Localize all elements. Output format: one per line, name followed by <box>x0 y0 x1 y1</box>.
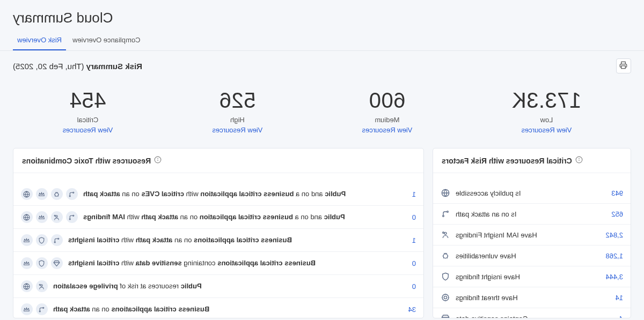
svg-point-29 <box>442 294 449 301</box>
risk-factor-count[interactable]: 4 <box>612 315 623 318</box>
globe-icon <box>21 188 33 200</box>
risk-factor-count[interactable]: 2,842 <box>605 231 623 239</box>
crown-icon <box>36 211 48 223</box>
toxic-combinations-panel: Resources with Toxic Combinations Public… <box>13 148 424 318</box>
path-icon <box>441 209 450 219</box>
panel1-title: Resources with Toxic Combinations <box>22 157 151 165</box>
subtitle-date: (Thu, Feb 20, 2025) <box>13 62 84 71</box>
metric-label: High <box>213 116 263 124</box>
shield-icon <box>36 234 48 246</box>
svg-point-18 <box>43 307 44 308</box>
globe-icon <box>441 188 450 198</box>
toxic-row-desc: Public and on a business critical applic… <box>83 189 400 199</box>
info-icon[interactable] <box>575 156 583 165</box>
toxic-row-desc: Public and on a business critical applic… <box>83 212 400 222</box>
risk-factor-label: Have vulnerabilities <box>456 252 516 260</box>
view-resources-link[interactable]: View Resources <box>213 126 263 134</box>
risk-factor-label: Contains sensitive data <box>456 315 528 318</box>
subtitle-prefix: Risk Summary <box>84 62 142 71</box>
page-title: Cloud Summary <box>0 0 644 26</box>
person-icon <box>51 211 63 223</box>
risk-factor-count[interactable]: 1,268 <box>605 252 623 260</box>
metric-value: 454 <box>63 88 113 113</box>
risk-factor-row: Contains sensitive data4 <box>433 308 631 318</box>
svg-point-25 <box>443 215 444 217</box>
svg-point-3 <box>158 158 158 159</box>
svg-point-6 <box>73 192 74 193</box>
person-icon <box>36 280 48 292</box>
risk-factor-label: Have threat findings <box>456 294 518 302</box>
risk-factor-label: Have insight findings <box>456 273 520 281</box>
risk-factor-label: Is publicly accessible <box>456 189 521 197</box>
svg-point-24 <box>447 211 449 213</box>
svg-point-17 <box>40 284 41 285</box>
toxic-row-count[interactable]: 0 <box>405 213 416 221</box>
toxic-row: Public resources at risk of privilege es… <box>13 275 423 298</box>
risk-factor-count[interactable]: 14 <box>612 294 623 302</box>
risk-factor-row: Is publicly accessible943 <box>433 183 631 204</box>
threat-icon <box>441 293 450 302</box>
svg-point-10 <box>55 215 56 216</box>
risk-factor-row: Have insight findings3,444 <box>433 266 631 287</box>
svg-point-7 <box>70 195 71 196</box>
tab-risk-overview[interactable]: Risk Overview <box>13 36 66 50</box>
toxic-row-count[interactable]: 0 <box>405 282 416 291</box>
view-resources-link[interactable]: View Resources <box>362 126 413 134</box>
print-button[interactable] <box>616 58 631 73</box>
crown-icon <box>21 234 33 246</box>
view-resources-link[interactable]: View Resources <box>63 126 113 134</box>
risk-factor-row: Have IAM Insight Findings2,842 <box>433 225 631 245</box>
person-icon <box>441 230 450 240</box>
metric-medium: 600MediumView Resources <box>362 88 413 134</box>
subheader-title: Risk Summary (Thu, Feb 20, 2025) <box>13 62 142 71</box>
toxic-row-count[interactable]: 34 <box>405 306 416 314</box>
toxic-row-count[interactable]: 1 <box>405 190 416 198</box>
bug-icon <box>441 251 450 261</box>
metric-label: Low <box>512 116 582 124</box>
toxic-row-count[interactable]: 1 <box>405 236 416 244</box>
risk-factor-count[interactable]: 943 <box>611 189 623 197</box>
metric-label: Critical <box>63 116 113 124</box>
svg-point-12 <box>70 218 71 219</box>
svg-rect-0 <box>621 66 626 69</box>
toxic-row-desc: Business critical applications containin… <box>68 258 400 268</box>
svg-point-9 <box>56 215 57 217</box>
shield-icon <box>441 272 450 281</box>
risk-factors-panel: Critical Resources with Risk Factors Is … <box>433 148 631 318</box>
toxic-row-desc: Business critical applications on an att… <box>68 235 400 245</box>
toxic-row-count[interactable]: 0 <box>405 259 416 267</box>
risk-factor-label: Have IAM Insight Findings <box>456 231 537 239</box>
path-icon <box>66 211 78 223</box>
metric-label: Medium <box>362 116 413 124</box>
svg-point-30 <box>444 296 447 299</box>
info-icon[interactable] <box>154 156 162 165</box>
toxic-row-desc: Business critical applications on an att… <box>53 304 400 314</box>
globe-icon <box>21 280 33 292</box>
diamond-icon <box>51 257 63 269</box>
toxic-row: Public and on a business critical applic… <box>13 206 423 229</box>
risk-factor-label: Is on an attack path <box>456 210 516 218</box>
risk-factor-row: Have vulnerabilities1,268 <box>433 245 631 266</box>
svg-point-14 <box>55 241 56 242</box>
toxic-row: Business critical applications containin… <box>13 252 423 275</box>
risk-factor-count[interactable]: 652 <box>611 210 623 218</box>
tab-compliance-overview[interactable]: Compliance Overview <box>68 36 144 50</box>
view-resources-link[interactable]: View Resources <box>512 126 582 134</box>
metric-value: 600 <box>362 88 413 113</box>
svg-point-22 <box>579 158 579 159</box>
toxic-row-desc: Public resources at risk of privilege es… <box>53 281 400 291</box>
shield-icon <box>36 257 48 269</box>
toxic-row: Public and on a business critical applic… <box>13 183 423 206</box>
risk-factor-row: Is on an attack path652 <box>433 204 631 225</box>
path-icon <box>36 303 48 315</box>
metric-high: 526HighView Resources <box>213 88 263 134</box>
bug-icon <box>51 188 63 200</box>
svg-point-11 <box>73 215 74 216</box>
risk-factor-count[interactable]: 3,444 <box>605 273 623 281</box>
svg-point-16 <box>41 284 42 286</box>
crown-icon <box>21 257 33 269</box>
globe-icon <box>21 211 33 223</box>
toxic-row: Business critical applications on an att… <box>13 229 423 252</box>
metric-value: 173.3K <box>512 88 582 113</box>
path-icon <box>51 234 63 246</box>
